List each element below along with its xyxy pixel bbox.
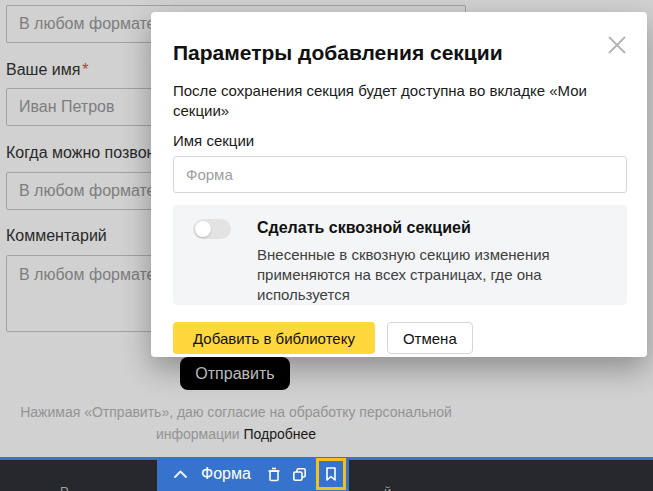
pass-through-toggle[interactable] — [193, 219, 231, 239]
add-section-dialog: Параметры добавления секции После сохран… — [151, 12, 647, 357]
section-name-field-label: Имя секции — [173, 131, 627, 150]
dialog-buttons: Добавить в библиотеку Отмена — [173, 322, 627, 354]
screen: Ваше имя* Когда можно позвонить Коммента… — [0, 0, 653, 491]
close-icon[interactable] — [605, 33, 629, 57]
cancel-button[interactable]: Отмена — [387, 322, 473, 354]
chevron-up-icon[interactable] — [169, 461, 191, 487]
section-name-label: Форма — [201, 465, 251, 483]
section-bottom-bar: Форма — [0, 457, 653, 491]
pass-through-text: Сделать сквозной секцией Внесенные в скв… — [257, 218, 611, 305]
dialog-subtitle: После сохранения секция будет доступна в… — [173, 81, 627, 121]
section-toolbar: Форма — [157, 457, 349, 491]
pass-through-description: Внесенные в сквозную секцию изменения пр… — [257, 245, 611, 305]
toggle-knob — [195, 221, 211, 237]
dialog-title: Параметры добавления секции — [173, 40, 627, 65]
add-to-library-button[interactable]: Добавить в библиотеку — [173, 322, 375, 354]
clipped-text-fragment: й — [384, 484, 391, 491]
section-name-input[interactable] — [173, 156, 627, 193]
bookmark-highlight-box[interactable] — [316, 458, 346, 490]
trash-icon[interactable] — [263, 461, 285, 487]
pass-through-panel: Сделать сквозной секцией Внесенные в скв… — [173, 205, 627, 305]
duplicate-icon[interactable] — [289, 461, 311, 487]
pass-through-label: Сделать сквозной секцией — [257, 218, 611, 238]
clipped-text-fragment: Р — [60, 484, 69, 491]
bookmark-icon — [324, 466, 338, 482]
